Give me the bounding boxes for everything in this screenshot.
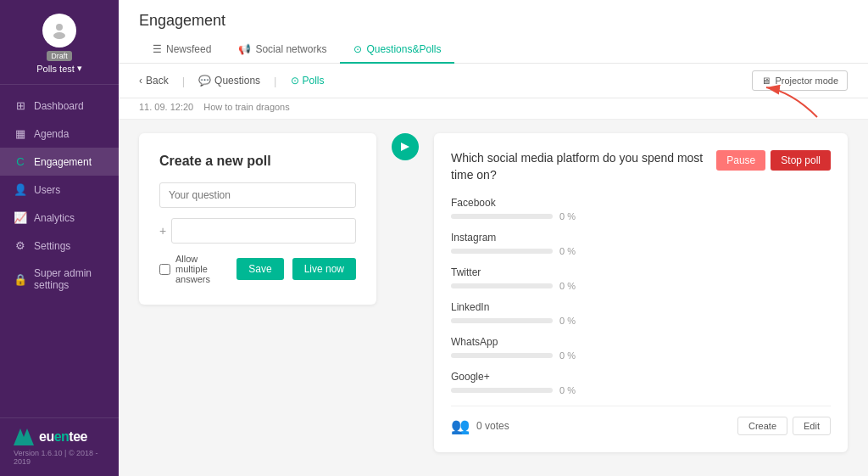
questions-polls-icon: ⊙ bbox=[353, 43, 362, 55]
sidebar-item-dashboard[interactable]: ⊞ Dashboard bbox=[0, 92, 119, 120]
brand-logo: euentee bbox=[14, 428, 105, 445]
tab-questions-polls[interactable]: ⊙ Questions&Polls bbox=[340, 36, 454, 64]
poll-footer: 👥 0 votes Create Edit bbox=[451, 406, 831, 435]
sidebar-item-super-admin[interactable]: 🔒 Super admin settings bbox=[0, 260, 119, 299]
question-input[interactable] bbox=[159, 182, 356, 208]
session-name: How to train dragons bbox=[203, 102, 290, 112]
active-poll-card: Which social media platform do you spend… bbox=[434, 133, 848, 452]
edit-button[interactable]: Edit bbox=[793, 417, 831, 435]
users-icon: 👤 bbox=[14, 183, 27, 196]
arrow-connector bbox=[390, 133, 420, 160]
create-poll-footer: Allow multiple answers Save Live now bbox=[159, 254, 356, 284]
stop-poll-button[interactable]: Stop poll bbox=[771, 150, 831, 171]
connector-circle bbox=[392, 133, 419, 160]
version-text: Version 1.6.10 | © 2018 - 2019 bbox=[14, 449, 105, 466]
social-icon: 📢 bbox=[238, 43, 251, 55]
poll-option-twitter: Twitter 0 % bbox=[451, 266, 831, 291]
projector-icon: 🖥 bbox=[761, 76, 771, 86]
bar-track-instagram bbox=[451, 249, 553, 254]
breadcrumb-polls[interactable]: ⊙ Polls bbox=[291, 75, 325, 87]
sidebar-logo-area: Draft Polls test ▾ bbox=[0, 0, 119, 85]
polls-breadcrumb-icon: ⊙ bbox=[291, 75, 299, 87]
sidebar-item-engagement[interactable]: C Engagement bbox=[0, 148, 119, 176]
draft-badge: Draft bbox=[47, 51, 72, 61]
breadcrumb-bar: ‹ Back | 💬 Questions | ⊙ Polls 🖥 Project… bbox=[119, 64, 868, 98]
allow-multiple-label[interactable]: Allow multiple answers bbox=[159, 254, 228, 284]
sidebar: Draft Polls test ▾ ⊞ Dashboard ▦ Agenda … bbox=[0, 0, 119, 476]
votes-info: 👥 0 votes bbox=[451, 417, 509, 435]
tab-newsfeed[interactable]: ☰ Newsfeed bbox=[139, 36, 225, 64]
poll-actions: Pause Stop poll bbox=[716, 150, 831, 171]
pct-instagram: 0 % bbox=[559, 246, 576, 256]
sidebar-item-users[interactable]: 👤 Users bbox=[0, 176, 119, 204]
bar-track-facebook bbox=[451, 214, 553, 219]
questions-breadcrumb-icon: 💬 bbox=[198, 75, 211, 87]
back-button[interactable]: ‹ Back bbox=[139, 75, 169, 87]
pause-button[interactable]: Pause bbox=[716, 150, 765, 171]
svg-point-0 bbox=[56, 24, 63, 31]
agenda-icon: ▦ bbox=[14, 127, 27, 140]
poll-options-list: Facebook 0 % Instagram 0 % Twitter bbox=[451, 197, 831, 395]
content-area: Create a new poll + Allow multiple answe… bbox=[119, 120, 868, 476]
tab-social-networks[interactable]: 📢 Social networks bbox=[225, 36, 340, 64]
engagement-icon: C bbox=[14, 155, 27, 168]
poll-option-linkedin: LinkedIn 0 % bbox=[451, 301, 831, 326]
poll-footer-actions: Create Edit bbox=[737, 417, 831, 435]
dashboard-icon: ⊞ bbox=[14, 99, 27, 112]
projector-mode-button[interactable]: 🖥 Projector mode bbox=[752, 70, 848, 91]
live-now-button[interactable]: Live now bbox=[292, 258, 356, 280]
allow-multiple-checkbox[interactable] bbox=[159, 264, 170, 275]
session-bar: 11. 09. 12:20 How to train dragons bbox=[119, 98, 868, 120]
sidebar-item-agenda[interactable]: ▦ Agenda bbox=[0, 120, 119, 148]
save-button[interactable]: Save bbox=[236, 258, 283, 280]
create-button[interactable]: Create bbox=[737, 417, 787, 435]
sidebar-item-settings[interactable]: ⚙ Settings bbox=[0, 232, 119, 260]
breadcrumb-questions[interactable]: 💬 Questions bbox=[198, 75, 260, 87]
votes-icon: 👥 bbox=[451, 417, 470, 435]
project-name[interactable]: Polls test ▾ bbox=[36, 63, 82, 74]
poll-option-googleplus: Google+ 0 % bbox=[451, 371, 831, 395]
main-content: Engagement ☰ Newsfeed 📢 Social networks … bbox=[119, 0, 868, 476]
avatar bbox=[42, 14, 76, 48]
bar-track-googleplus bbox=[451, 388, 553, 393]
poll-question: Which social media platform do you spend… bbox=[451, 150, 716, 183]
newsfeed-icon: ☰ bbox=[153, 43, 162, 55]
breadcrumb: ‹ Back | 💬 Questions | ⊙ Polls bbox=[139, 75, 325, 87]
poll-option-instagram: Instagram 0 % bbox=[451, 232, 831, 256]
option-input[interactable] bbox=[171, 218, 356, 244]
bar-track-twitter bbox=[451, 283, 553, 288]
svg-marker-3 bbox=[401, 143, 409, 151]
back-chevron-icon: ‹ bbox=[139, 75, 142, 87]
option-row: + bbox=[159, 218, 356, 244]
poll-option-whatsapp: WhatsApp 0 % bbox=[451, 336, 831, 361]
poll-option-facebook: Facebook 0 % bbox=[451, 197, 831, 221]
pct-linkedin: 0 % bbox=[559, 316, 576, 326]
sidebar-item-analytics[interactable]: 📈 Analytics bbox=[0, 204, 119, 232]
bar-track-whatsapp bbox=[451, 353, 553, 358]
sidebar-nav: ⊞ Dashboard ▦ Agenda C Engagement 👤 User… bbox=[0, 85, 119, 417]
create-poll-title: Create a new poll bbox=[159, 154, 356, 169]
top-nav: Engagement ☰ Newsfeed 📢 Social networks … bbox=[119, 0, 868, 64]
bar-track-linkedin bbox=[451, 318, 553, 323]
pct-facebook: 0 % bbox=[559, 211, 576, 221]
settings-icon: ⚙ bbox=[14, 239, 27, 252]
page-title: Engagement bbox=[139, 0, 848, 36]
nav-tabs: ☰ Newsfeed 📢 Social networks ⊙ Questions… bbox=[139, 36, 848, 63]
svg-point-1 bbox=[53, 32, 65, 39]
svg-marker-2 bbox=[14, 428, 34, 445]
sidebar-footer: euentee Version 1.6.10 | © 2018 - 2019 bbox=[0, 417, 119, 476]
analytics-icon: 📈 bbox=[14, 211, 27, 224]
pct-twitter: 0 % bbox=[559, 281, 576, 291]
create-poll-card: Create a new poll + Allow multiple answe… bbox=[139, 133, 376, 305]
pct-whatsapp: 0 % bbox=[559, 350, 576, 361]
super-admin-icon: 🔒 bbox=[14, 273, 27, 286]
poll-header: Which social media platform do you spend… bbox=[451, 150, 831, 183]
pct-googleplus: 0 % bbox=[559, 385, 576, 395]
votes-count: 0 votes bbox=[476, 420, 509, 432]
session-datetime: 11. 09. 12:20 bbox=[139, 102, 193, 112]
plus-icon: + bbox=[159, 224, 166, 238]
